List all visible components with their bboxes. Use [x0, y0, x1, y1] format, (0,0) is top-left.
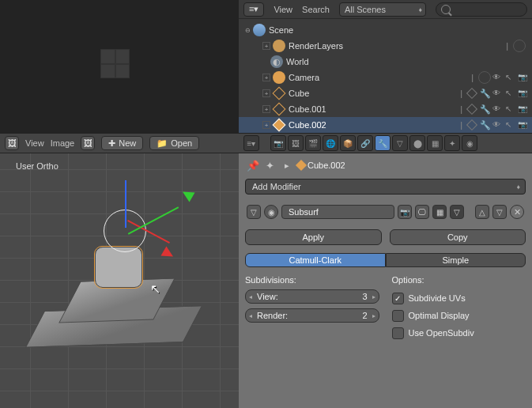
- display-editmode-icon[interactable]: ▦: [432, 205, 447, 219]
- context-icon: ✦: [266, 160, 277, 171]
- renderable-icon[interactable]: 📷: [518, 104, 527, 114]
- tab-particles[interactable]: ✦: [444, 135, 460, 151]
- expand-icon[interactable]: +: [262, 105, 270, 113]
- tree-row-cube[interactable]: + Cube | 🔧 👁 ↖ 📷: [239, 85, 532, 101]
- tab-material[interactable]: ⬤: [409, 135, 425, 151]
- view-mode-label: User Ortho: [16, 161, 58, 171]
- add-modifier-dropdown[interactable]: Add Modifier: [245, 179, 526, 195]
- renderable-icon[interactable]: 📷: [518, 120, 527, 130]
- camera-data-icon[interactable]: [478, 71, 491, 84]
- editor-type-icon[interactable]: 🖼: [5, 136, 19, 150]
- editor-type-icon[interactable]: ≡▾: [243, 2, 264, 17]
- mesh-data-icon[interactable]: [467, 104, 477, 114]
- tree-row-cube-001[interactable]: + Cube.001 | 🔧 👁 ↖ 📷: [239, 101, 532, 117]
- cube-002-object[interactable]: [95, 247, 142, 288]
- 3d-view-panel: 🖼 View Image 🖼 ✚New 📁Open User Ortho ↖: [0, 133, 239, 408]
- cube-icon: [296, 160, 307, 171]
- renderable-icon[interactable]: 📷: [518, 73, 527, 82]
- tree-row-world[interactable]: ◐ World: [239, 54, 532, 70]
- wrench-icon[interactable]: 🔧: [480, 89, 491, 99]
- renderlayer-icon[interactable]: [513, 40, 526, 52]
- toggle-simple[interactable]: Simple: [386, 253, 526, 267]
- copy-button[interactable]: Copy: [390, 229, 526, 245]
- tab-render-layers[interactable]: 🖼: [288, 135, 304, 151]
- use-opensubdiv-row[interactable]: Use OpenSubdiv: [392, 324, 526, 342]
- modifier-type-icon: ◉: [264, 205, 278, 219]
- tab-physics[interactable]: ◉: [462, 135, 477, 151]
- expand-icon[interactable]: +: [262, 74, 270, 81]
- x-axis-arrow[interactable]: [160, 246, 175, 261]
- outliner-view-menu[interactable]: View: [274, 5, 292, 14]
- tab-constraints[interactable]: 🔗: [357, 135, 373, 151]
- modifier-name-input[interactable]: Subsurf: [281, 205, 394, 219]
- scene-icon: [253, 24, 266, 36]
- tree-row-camera[interactable]: + Camera | 👁 ↖ 📷: [239, 70, 532, 85]
- tab-object[interactable]: 📦: [340, 135, 356, 151]
- disclosure-icon[interactable]: ⊖: [243, 26, 251, 34]
- tab-world[interactable]: 🌐: [323, 135, 338, 151]
- scene-objects: ↖: [22, 187, 220, 345]
- breadcrumb-object[interactable]: Cube.002: [297, 161, 345, 170]
- tab-texture[interactable]: ▦: [427, 135, 443, 151]
- image-browse-icon[interactable]: 🖼: [81, 136, 95, 150]
- new-button[interactable]: ✚New: [101, 136, 143, 150]
- mesh-data-icon[interactable]: [467, 120, 477, 130]
- render-subdivisions-input[interactable]: Render: 2: [245, 308, 379, 323]
- subdivisions-label: Subdivisions:: [245, 275, 379, 285]
- checkbox-icon[interactable]: [392, 327, 404, 339]
- properties-panel: ≡▾ 📷 🖼 🎬 🌐 📦 🔗 🔧 ▽ ⬤ ▦ ✦ ◉ 📌 ✦ ▸ Cube.00…: [239, 133, 532, 408]
- tab-scene[interactable]: 🎬: [305, 135, 321, 151]
- tab-render[interactable]: 📷: [270, 135, 286, 151]
- outliner-tree[interactable]: ⊖ Scene + RenderLayers | ◐ World + Camer…: [239, 19, 532, 133]
- selectable-icon[interactable]: ↖: [505, 89, 515, 98]
- checkbox-icon[interactable]: [392, 293, 404, 304]
- pin-icon[interactable]: 📌: [247, 160, 258, 171]
- visibility-icon[interactable]: 👁: [492, 120, 502, 130]
- 3d-viewport[interactable]: User Ortho ↖: [0, 153, 239, 408]
- selectable-icon[interactable]: ↖: [505, 120, 515, 130]
- display-cage-icon[interactable]: ▽: [450, 205, 464, 219]
- subdivide-uvs-row[interactable]: Subdivide UVs: [392, 289, 526, 307]
- image-view-menu[interactable]: View: [25, 138, 44, 148]
- selectable-icon[interactable]: ↖: [505, 73, 515, 82]
- selectable-icon[interactable]: ↖: [505, 104, 515, 114]
- mesh-icon: [273, 119, 285, 131]
- expand-icon[interactable]: +: [262, 89, 270, 97]
- tab-modifiers[interactable]: 🔧: [375, 135, 391, 151]
- tree-row-cube-002[interactable]: + Cube.002 | 🔧 👁 ↖ 📷: [239, 117, 532, 133]
- y-axis-arrow[interactable]: [179, 187, 194, 202]
- mesh-icon: [273, 87, 285, 100]
- renderable-icon[interactable]: 📷: [518, 89, 527, 98]
- wrench-icon[interactable]: 🔧: [480, 104, 491, 115]
- display-viewport-icon[interactable]: 🖵: [415, 205, 429, 219]
- visibility-icon[interactable]: 👁: [492, 104, 502, 114]
- tree-row-renderlayers[interactable]: + RenderLayers |: [239, 38, 532, 54]
- tree-row-scene[interactable]: ⊖ Scene: [239, 22, 532, 38]
- visibility-icon[interactable]: 👁: [492, 73, 502, 82]
- image-image-menu[interactable]: Image: [51, 138, 75, 148]
- display-render-icon[interactable]: 📷: [398, 205, 412, 219]
- open-button[interactable]: 📁Open: [149, 136, 199, 150]
- z-axis-line[interactable]: [125, 180, 126, 228]
- view-subdivisions-input[interactable]: View: 3: [245, 289, 379, 304]
- checkbox-icon[interactable]: [392, 310, 404, 322]
- wrench-icon[interactable]: 🔧: [480, 120, 491, 130]
- subdivision-type-toggle[interactable]: Catmull-Clark Simple: [245, 253, 526, 267]
- mesh-data-icon[interactable]: [467, 89, 477, 98]
- move-up-icon[interactable]: △: [475, 205, 489, 219]
- apply-button[interactable]: Apply: [245, 229, 382, 245]
- breadcrumb: 📌 ✦ ▸ Cube.002: [239, 153, 532, 177]
- outliner-filter-dropdown[interactable]: All Scenes: [339, 2, 426, 17]
- camera-icon: [273, 71, 285, 84]
- optimal-display-row[interactable]: Optimal Display: [392, 307, 526, 324]
- move-down-icon[interactable]: ▽: [492, 205, 507, 219]
- expand-icon[interactable]: +: [262, 121, 270, 129]
- toggle-catmull-clark[interactable]: Catmull-Clark: [245, 253, 386, 267]
- tab-data[interactable]: ▽: [392, 135, 408, 151]
- editor-type-icon[interactable]: ≡▾: [243, 135, 259, 151]
- delete-modifier-icon[interactable]: ✕: [510, 205, 524, 219]
- expand-icon[interactable]: +: [262, 42, 270, 50]
- visibility-icon[interactable]: 👁: [492, 89, 502, 98]
- collapse-icon[interactable]: ▽: [247, 205, 261, 219]
- outliner-search-input[interactable]: [436, 2, 527, 17]
